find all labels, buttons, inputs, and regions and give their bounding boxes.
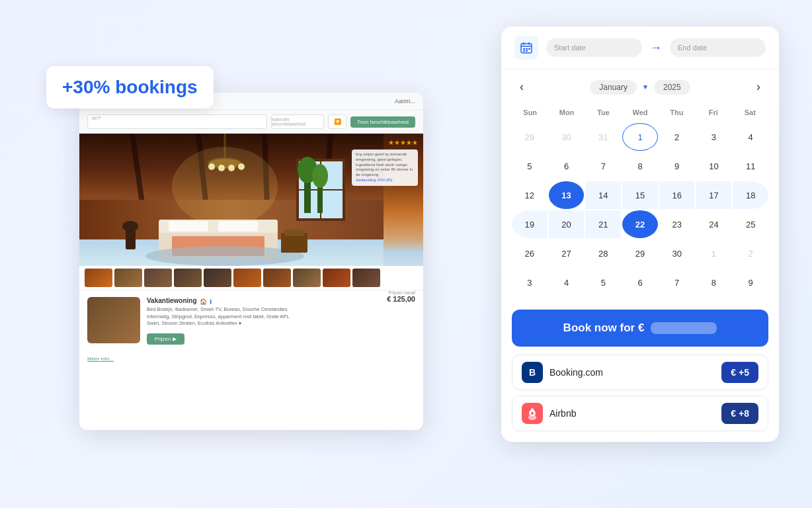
- cal-cell-0-2[interactable]: 31: [585, 123, 621, 151]
- cal-cell-4-6[interactable]: 2: [733, 239, 768, 267]
- mockup-login: Aanm...: [395, 98, 415, 105]
- listing-title-row: Vakantiewoning 🏠 ℹ: [147, 297, 415, 306]
- cal-cell-3-5[interactable]: 24: [696, 210, 732, 238]
- cal-cell-4-3[interactable]: 29: [622, 239, 658, 267]
- month-selector: January ▼ 2025: [590, 80, 690, 95]
- cal-cell-0-4[interactable]: 2: [659, 123, 695, 151]
- day-header-fri: Fri: [695, 105, 731, 120]
- svg-point-40: [531, 412, 534, 415]
- listing-title: Vakantiewoning: [147, 297, 197, 304]
- mockup-search-input[interactable]: en?: [87, 114, 267, 129]
- thumb-10[interactable]: [352, 269, 380, 287]
- day-header-thu: Thu: [659, 105, 695, 120]
- ota-airbnb-left: Airbnb: [522, 403, 576, 424]
- cal-cell-2-6[interactable]: 18: [733, 181, 768, 209]
- listing-price-label: Prijzen vanaf: [387, 290, 415, 295]
- thumb-9[interactable]: [323, 269, 350, 287]
- book-now-button[interactable]: Book now for €: [512, 310, 768, 347]
- mockup-search-button[interactable]: Toon beschikbaarheid: [350, 116, 415, 128]
- prev-month-button[interactable]: ‹: [514, 77, 529, 97]
- cal-cell-5-6[interactable]: 9: [733, 269, 768, 296]
- thumb-4[interactable]: [174, 269, 202, 287]
- thumb-6[interactable]: [233, 269, 261, 287]
- cal-cell-0-3[interactable]: 1: [622, 123, 658, 151]
- svg-rect-24: [218, 221, 258, 232]
- calendar-nav: ‹ January ▼ 2025 ›: [512, 69, 768, 105]
- thumb-1[interactable]: [85, 269, 112, 287]
- cal-cell-1-1[interactable]: 6: [549, 152, 585, 180]
- cal-cell-1-0[interactable]: 5: [512, 152, 548, 180]
- listing-more-link[interactable]: Meer info...: [87, 356, 114, 362]
- cal-cell-3-1[interactable]: 20: [549, 210, 585, 238]
- ota-list: B Booking.com € +5 Airbnb € +8: [501, 355, 779, 442]
- cal-cell-2-1[interactable]: 13: [549, 181, 585, 209]
- cal-cell-4-5[interactable]: 1: [696, 239, 732, 267]
- cal-cell-1-3[interactable]: 8: [622, 152, 658, 180]
- cal-cell-3-2[interactable]: 21: [585, 210, 621, 238]
- cal-cell-1-6[interactable]: 11: [733, 152, 768, 180]
- cal-cell-2-3[interactable]: 15: [622, 181, 658, 209]
- cal-cell-1-2[interactable]: 7: [585, 152, 621, 180]
- rating-stars: ★★★★★: [388, 139, 418, 146]
- year-pill[interactable]: 2025: [654, 80, 690, 95]
- mockup-listing: Vakantiewoning 🏠 ℹ Bed Bodejo, Badkamer,…: [79, 290, 423, 351]
- listing-desc: Bed Bodejo, Badkamer, Smart-TV, Bureau, …: [147, 306, 415, 327]
- ota-item-booking[interactable]: B Booking.com € +5: [512, 355, 768, 390]
- cal-cell-3-4[interactable]: 23: [659, 210, 695, 238]
- booking-price-badge: € +5: [721, 362, 758, 383]
- cal-cell-0-5[interactable]: 3: [696, 123, 732, 151]
- cal-cell-3-6[interactable]: 25: [733, 210, 768, 238]
- cal-cell-3-3[interactable]: 22: [622, 210, 658, 238]
- mockup-search-bar: en? kalender beschikbaarheid 🔽 Toon besc…: [79, 110, 423, 134]
- start-date-pill[interactable]: Start date: [546, 38, 642, 57]
- booking-logo-text: B: [529, 367, 536, 378]
- svg-rect-30: [284, 230, 304, 236]
- svg-rect-35: [523, 48, 525, 50]
- mockup-date-picker[interactable]: kalender beschikbaarheid: [271, 114, 324, 129]
- thumb-8[interactable]: [293, 269, 321, 287]
- listing-price: € 125,00: [387, 295, 415, 303]
- cal-cell-3-0[interactable]: 19: [512, 210, 548, 238]
- month-dropdown-icon[interactable]: ▼: [642, 83, 649, 91]
- thumb-5[interactable]: [204, 269, 231, 287]
- airbnb-svg: [526, 406, 538, 421]
- cal-cell-1-5[interactable]: 10: [696, 152, 732, 180]
- cal-cell-5-3[interactable]: 6: [622, 269, 658, 296]
- cal-cell-4-4[interactable]: 30: [659, 239, 695, 267]
- end-date-pill[interactable]: End date: [670, 38, 766, 57]
- bookings-badge-text: +30% bookings: [62, 77, 198, 97]
- booking-logo: B: [522, 362, 543, 383]
- website-mockup: Joozen, Ursel Aanm... en? kalender besch…: [79, 93, 423, 430]
- cal-cell-2-2[interactable]: 14: [585, 181, 621, 209]
- end-date-text: End date: [678, 44, 707, 52]
- booking-name: Booking.com: [549, 367, 603, 378]
- month-pill[interactable]: January: [590, 80, 637, 95]
- cal-cell-0-1[interactable]: 30: [549, 123, 585, 151]
- listing-price-btn[interactable]: Prijzen ▶: [147, 333, 184, 345]
- next-month-button[interactable]: ›: [751, 77, 766, 97]
- cal-cell-4-2[interactable]: 28: [585, 239, 621, 267]
- airbnb-price-badge: € +8: [721, 403, 758, 424]
- cal-cell-1-4[interactable]: 9: [659, 152, 695, 180]
- cal-cell-2-5[interactable]: 17: [696, 181, 732, 209]
- ota-item-airbnb[interactable]: Airbnb € +8: [512, 396, 768, 431]
- thumb-2[interactable]: [114, 269, 142, 287]
- cal-cell-5-1[interactable]: 4: [549, 269, 585, 296]
- svg-rect-38: [523, 50, 525, 52]
- airbnb-name: Airbnb: [549, 408, 576, 419]
- cal-cell-5-5[interactable]: 8: [696, 269, 732, 296]
- svg-rect-26: [126, 230, 136, 249]
- cal-cell-2-4[interactable]: 16: [659, 181, 695, 209]
- cal-cell-2-0[interactable]: 12: [512, 181, 548, 209]
- cal-cell-5-4[interactable]: 7: [659, 269, 695, 296]
- calendar-body: 2930311234567891011121314151617181920212…: [512, 123, 768, 296]
- mockup-guests-input[interactable]: 🔽: [328, 114, 346, 129]
- cal-cell-4-1[interactable]: 27: [549, 239, 585, 267]
- cal-cell-5-2[interactable]: 5: [585, 269, 621, 296]
- cal-cell-5-0[interactable]: 3: [512, 269, 548, 296]
- cal-cell-0-0[interactable]: 29: [512, 123, 548, 151]
- thumb-7[interactable]: [263, 269, 291, 287]
- thumb-3[interactable]: [144, 269, 172, 287]
- cal-cell-4-0[interactable]: 26: [512, 239, 548, 267]
- cal-cell-0-6[interactable]: 4: [733, 123, 768, 151]
